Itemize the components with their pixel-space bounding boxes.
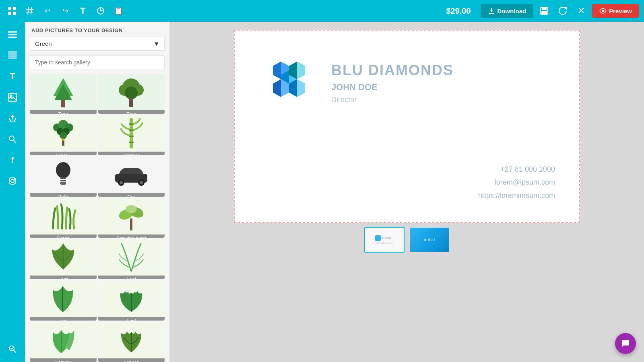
gallery-item-car[interactable]: Car <box>98 157 165 197</box>
refresh-button[interactable] <box>555 3 570 19</box>
gallery-label: Growing plant <box>98 234 165 238</box>
svg-marker-87 <box>297 79 305 97</box>
gallery-label: Grass <box>30 234 97 238</box>
facebook-icon[interactable]: f <box>4 151 21 169</box>
gallery-label: Bulb <box>30 193 97 197</box>
text-tool-icon[interactable]: T <box>4 68 21 85</box>
svg-line-5 <box>31 7 32 14</box>
svg-marker-80 <box>273 79 281 97</box>
preview-button[interactable]: Preview <box>592 4 639 18</box>
gallery-grid: Tree Tree <box>25 74 169 362</box>
svg-point-67 <box>126 205 137 213</box>
search-input[interactable] <box>30 56 165 69</box>
card-phone: +27 81 000 2000 <box>259 163 555 176</box>
gallery-item-bulb[interactable]: Bulb <box>30 157 97 197</box>
instagram-icon[interactable] <box>4 172 21 190</box>
svg-marker-84 <box>297 62 305 79</box>
gallery-item-growing-plant[interactable]: Growing plant <box>98 198 165 238</box>
chevron-down-icon: ▼ <box>153 40 159 47</box>
chat-button[interactable] <box>615 333 636 354</box>
close-button[interactable]: ✕ <box>574 3 589 19</box>
gallery-label: Leaves <box>30 358 97 362</box>
card-person-title: Director <box>331 96 454 104</box>
svg-point-14 <box>602 10 604 12</box>
gallery-item-asset5[interactable]: Asset 5 <box>30 115 97 155</box>
svg-rect-1 <box>13 7 16 10</box>
gallery-label: Leaf <box>30 317 97 321</box>
gallery-item-tree2[interactable]: Tree <box>98 74 165 114</box>
download-button[interactable]: Download <box>481 4 534 18</box>
gallery-label: Tree <box>98 110 165 114</box>
gallery-item-leaf1[interactable]: Leaf <box>30 239 97 279</box>
svg-rect-13 <box>542 11 547 14</box>
upload-icon[interactable] <box>4 109 21 127</box>
gallery-item-leaf2[interactable]: Leaf <box>98 239 165 279</box>
undo-icon[interactable]: ↩ <box>40 4 55 18</box>
hash-icon[interactable] <box>23 4 37 18</box>
svg-rect-0 <box>8 7 11 10</box>
gallery-label: Leaf <box>98 317 165 321</box>
svg-rect-18 <box>8 51 17 53</box>
card-thumbnail-back[interactable]: ◆ BLU <box>409 227 450 253</box>
bottom-thumbnails: BLU DIA... lorem@ipsum.com ◆ BLU <box>364 223 450 253</box>
gallery-item-leaves2[interactable]: Leaves <box>98 322 165 362</box>
gallery-label: Leaf <box>98 276 165 279</box>
search-icon[interactable] <box>4 130 21 148</box>
svg-point-27 <box>11 179 14 183</box>
card-info: BLU DIAMONDS JOHN DOE Director <box>331 62 454 104</box>
svg-point-54 <box>56 162 70 178</box>
category-dropdown[interactable]: Green ▼ <box>30 37 165 51</box>
gallery-label: Tree <box>30 110 97 114</box>
svg-rect-16 <box>8 34 17 35</box>
card-website: https://loremimsum.com <box>259 189 555 202</box>
gallery-label: Bamboo <box>98 152 165 155</box>
card-top: BLU DIAMONDS JOHN DOE Director <box>235 31 579 111</box>
svg-rect-17 <box>8 37 17 38</box>
gallery-label: Asset 5 <box>30 152 97 155</box>
canvas-area: BLU DIAMONDS JOHN DOE Director +27 81 00… <box>170 22 644 362</box>
redo-icon[interactable]: ↪ <box>58 4 72 18</box>
svg-point-63 <box>140 181 143 184</box>
gallery-item-tree1[interactable]: Tree <box>30 74 97 114</box>
panel: ADD PICTURES TO YOUR DESIGN Green ▼ Tree <box>25 22 170 362</box>
card-contact: +27 81 000 2000 lorem@ipsum.com https://… <box>235 163 579 222</box>
svg-point-47 <box>62 138 64 141</box>
grid-icon[interactable] <box>5 4 19 18</box>
gallery-item-leaf4[interactable]: Leaf <box>98 281 165 321</box>
text-format-icon[interactable]: T <box>76 4 90 18</box>
clipboard-icon[interactable]: 📋 <box>111 4 126 18</box>
svg-point-61 <box>120 181 123 184</box>
zoom-out-icon[interactable] <box>4 340 21 358</box>
svg-point-45 <box>60 132 67 139</box>
svg-rect-20 <box>8 56 17 57</box>
card-email: lorem@ipsum.com <box>259 176 555 189</box>
gallery-item-grass[interactable]: Grass <box>30 198 97 238</box>
svg-line-30 <box>14 350 16 353</box>
image-tool-icon[interactable] <box>4 88 21 106</box>
panel-title: ADD PICTURES TO YOUR DESIGN <box>25 22 169 37</box>
svg-rect-12 <box>542 7 546 10</box>
svg-line-4 <box>28 7 29 14</box>
svg-point-58 <box>60 183 66 185</box>
gallery-item-leaf3[interactable]: Leaf <box>30 281 97 321</box>
lines-icon[interactable] <box>4 47 21 64</box>
svg-line-25 <box>14 140 16 143</box>
menu-icon[interactable] <box>4 26 21 43</box>
svg-rect-48 <box>130 118 133 148</box>
card-thumbnail-front[interactable]: BLU DIA... lorem@ipsum.com <box>364 227 405 253</box>
svg-rect-3 <box>13 12 16 15</box>
svg-rect-56 <box>60 180 66 181</box>
gallery-label: Leaves <box>98 358 165 362</box>
gallery-item-leaves1[interactable]: Leaves <box>30 322 97 362</box>
toolbar: ↩ ↪ T 📋 $29.00 Download ✕ Preview <box>0 0 644 22</box>
svg-rect-2 <box>8 12 11 15</box>
card-person-name: JOHN DOE <box>331 82 454 93</box>
gallery-label: Leaf <box>30 276 97 279</box>
card-logo <box>259 55 315 111</box>
gallery-item-bamboo[interactable]: Bamboo <box>98 115 165 155</box>
business-card[interactable]: BLU DIAMONDS JOHN DOE Director +27 81 00… <box>234 30 580 223</box>
gallery-label: Car <box>98 193 165 197</box>
save-button[interactable] <box>537 3 552 19</box>
crop-icon[interactable] <box>93 4 108 18</box>
svg-point-23 <box>10 95 12 97</box>
